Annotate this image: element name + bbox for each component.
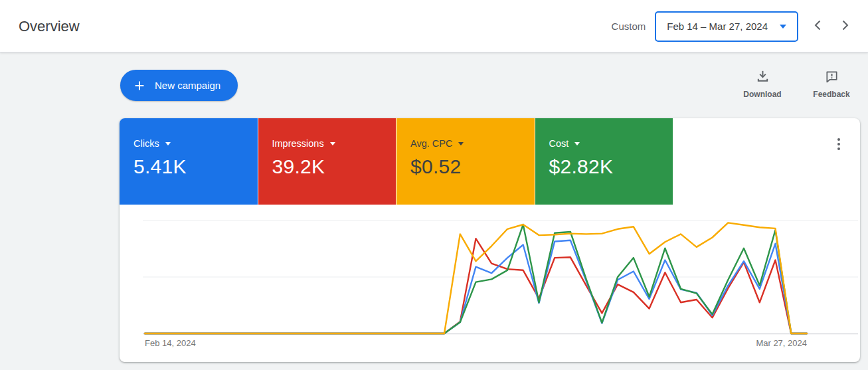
main-content: New campaign Download Feedback <box>0 52 868 370</box>
download-label: Download <box>743 90 781 99</box>
download-icon <box>755 68 770 86</box>
previous-period-button[interactable] <box>805 13 831 40</box>
date-range-value: Feb 14 – Mar 27, 2024 <box>667 21 768 32</box>
download-button[interactable]: Download <box>739 68 786 99</box>
feedback-bubble-icon <box>824 68 839 86</box>
overview-card: Clicks 5.41K Impressions 39.2K Avg. CPC … <box>120 118 860 362</box>
date-range-button[interactable]: Feb 14 – Mar 27, 2024 <box>655 11 798 42</box>
range-type-label: Custom <box>612 21 646 32</box>
chart-line-impressions <box>145 238 807 333</box>
chart-series-group <box>145 223 807 333</box>
new-campaign-label: New campaign <box>155 80 220 91</box>
chevron-right-icon <box>837 17 853 35</box>
x-axis-end-label: Mar 27, 2024 <box>756 338 807 348</box>
new-campaign-button[interactable]: New campaign <box>120 70 238 101</box>
x-axis-start-label: Feb 14, 2024 <box>145 338 196 348</box>
caret-down-icon <box>780 25 786 29</box>
overview-chart-svg <box>120 118 860 362</box>
feedback-label: Feedback <box>813 90 849 99</box>
chevron-left-icon <box>810 17 826 35</box>
date-range-controls: Custom Feb 14 – Mar 27, 2024 <box>612 0 858 52</box>
page-header: Overview Custom Feb 14 – Mar 27, 2024 <box>0 0 868 52</box>
feedback-button[interactable]: Feedback <box>808 68 855 99</box>
next-period-button[interactable] <box>831 13 858 40</box>
card-actions: Download Feedback <box>739 68 855 99</box>
page-title: Overview <box>19 0 80 52</box>
chart-line-clicks <box>145 240 807 333</box>
plus-icon <box>132 78 147 93</box>
